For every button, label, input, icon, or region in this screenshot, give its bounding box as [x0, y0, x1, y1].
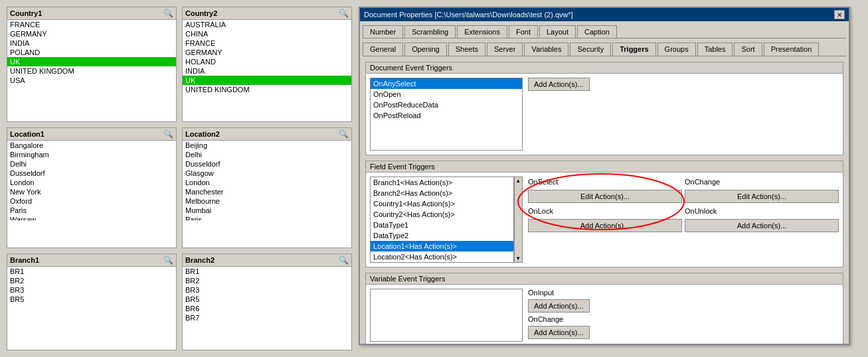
list-item[interactable]: Mumbai	[183, 206, 351, 215]
list-item[interactable]: GERMANY	[183, 48, 351, 57]
list-item[interactable]: UK	[183, 76, 351, 85]
field-event-triggers-section: Field Event Triggers Branch1<Has Action(…	[365, 161, 843, 267]
list-item[interactable]: Manchester	[183, 187, 351, 196]
list-item[interactable]: FRANCE	[183, 38, 351, 48]
field-list-item[interactable]: Branch2<Has Action(s)>	[371, 188, 513, 198]
tab-server[interactable]: Server	[487, 42, 523, 56]
trigger-list-item[interactable]: OnPostReduceData	[371, 100, 522, 110]
field-list-item[interactable]: DataType2	[371, 230, 513, 241]
list-item[interactable]: BR7	[183, 313, 351, 322]
list-item[interactable]: INDIA	[7, 38, 176, 48]
list-item[interactable]: UNITED KINGDOM	[7, 66, 176, 76]
tab-triggers[interactable]: Triggers	[612, 42, 655, 56]
field-list-item[interactable]: DataType1	[371, 220, 513, 230]
variable-list[interactable]	[370, 289, 523, 342]
list-item[interactable]: Beijing	[183, 141, 351, 150]
list-item[interactable]: Oxford	[7, 196, 176, 206]
edit-action-btn-onchange[interactable]: Edit Action(s)...	[685, 190, 839, 203]
field-list-item[interactable]: Location2<Has Action(s)>	[371, 251, 513, 262]
add-action-btn-onchange-var[interactable]: Add Action(s)...	[528, 326, 590, 339]
branch2-search-icon[interactable]: 🔍	[339, 255, 349, 265]
list-item[interactable]: Glasgow	[183, 169, 351, 178]
field-list-item[interactable]: Branch1<Has Action(s)>	[371, 177, 513, 188]
list-item[interactable]: BR1	[183, 267, 351, 276]
location1-search-icon[interactable]: 🔍	[163, 129, 173, 139]
trigger-list-item[interactable]: OnAnySelect	[371, 78, 522, 89]
list-item[interactable]: INDIA	[183, 66, 351, 76]
location2-listbox: Location2 🔍 BeijingDelhiDusseldorfGlasgo…	[182, 127, 352, 248]
field-list-container: Branch1<Has Action(s)>Branch2<Has Action…	[370, 177, 523, 263]
document-event-triggers-section: Document Event Triggers OnAnySelectOnOpe…	[365, 62, 843, 155]
tab-layout[interactable]: Layout	[539, 25, 576, 38]
list-item[interactable]: Dusseldorf	[7, 169, 176, 178]
list-item[interactable]: Paris	[7, 206, 176, 215]
list-item[interactable]: UNITED KINGDOM	[183, 85, 351, 94]
country1-search-icon[interactable]: 🔍	[163, 9, 173, 18]
country2-search-icon[interactable]: 🔍	[339, 9, 349, 18]
location2-items: BeijingDelhiDusseldorfGlasgowLondonManch…	[183, 141, 351, 220]
list-item[interactable]: Delhi	[7, 159, 176, 169]
trigger-list-item[interactable]: OnOpen	[371, 89, 522, 100]
dialog-close-button[interactable]: ✕	[834, 10, 845, 19]
tab-sort[interactable]: Sort	[734, 42, 762, 56]
list-item[interactable]: Bangalore	[7, 141, 176, 150]
scroll-up-arrow[interactable]: ▲	[515, 178, 521, 184]
tab-security[interactable]: Security	[570, 42, 611, 56]
list-item[interactable]: BR3	[183, 285, 351, 295]
tab-presentation[interactable]: Presentation	[764, 42, 820, 56]
document-event-actions: Add Action(s)...	[528, 78, 590, 151]
list-item[interactable]: Paris	[183, 215, 351, 220]
tab-scrambling[interactable]: Scrambling	[404, 25, 456, 38]
tab-caption[interactable]: Caption	[577, 25, 617, 38]
document-event-trigger-list[interactable]: OnAnySelectOnOpenOnPostReduceDataOnPostR…	[370, 78, 523, 151]
list-item[interactable]: USA	[7, 76, 176, 85]
list-item[interactable]: New York	[7, 187, 176, 196]
list-item[interactable]: London	[7, 178, 176, 187]
edit-action-btn-onselect[interactable]: Edit Action(s)...	[528, 190, 682, 203]
list-item[interactable]: FRANCE	[7, 20, 176, 29]
add-action-btn-oninput[interactable]: Add Action(s)...	[528, 299, 590, 313]
list-item[interactable]: London	[183, 178, 351, 187]
list-item[interactable]: BR1	[7, 267, 176, 276]
list-item[interactable]: Delhi	[183, 150, 351, 159]
location2-search-icon[interactable]: 🔍	[339, 129, 349, 139]
tab-general[interactable]: General	[363, 42, 403, 56]
list-item[interactable]: BR5	[7, 295, 176, 304]
add-action-btn-doc[interactable]: Add Action(s)...	[528, 78, 590, 91]
field-event-list[interactable]: Branch1<Has Action(s)>Branch2<Has Action…	[370, 177, 514, 263]
tab-number[interactable]: Number	[363, 25, 403, 38]
field-list-item[interactable]: Country1<Has Action(s)>	[371, 198, 513, 209]
list-item[interactable]: BR6	[183, 304, 351, 313]
list-item[interactable]: AUSTRALIA	[183, 20, 351, 29]
list-item[interactable]: GERMANY	[7, 29, 176, 38]
list-item[interactable]: Dusseldorf	[183, 159, 351, 169]
trigger-list-item[interactable]: OnPostReload	[371, 110, 522, 121]
location2-title: Location2	[185, 130, 220, 138]
tab-extensions[interactable]: Extensions	[457, 25, 507, 38]
add-action-btn-onunlock[interactable]: Add Action(s)...	[685, 219, 839, 232]
scroll-down-arrow[interactable]: ▼	[515, 255, 521, 261]
field-list-item[interactable]: Country2<Has Action(s)>	[371, 209, 513, 220]
field-list-item[interactable]: Location1<Has Action(s)>	[371, 241, 513, 251]
list-item[interactable]: BR5	[183, 295, 351, 304]
field-list-scrollbar[interactable]: ▲ ▼	[514, 177, 523, 263]
list-item[interactable]: BR2	[183, 276, 351, 285]
list-item[interactable]: UK	[7, 57, 176, 66]
tab-sheets[interactable]: Sheets	[448, 42, 485, 56]
tab-tables[interactable]: Tables	[697, 42, 733, 56]
list-item[interactable]: Birmingham	[7, 150, 176, 159]
list-item[interactable]: BR3	[7, 285, 176, 295]
tab-variables[interactable]: Variables	[524, 42, 568, 56]
branch1-search-icon[interactable]: 🔍	[163, 255, 173, 265]
branch1-title: Branch1	[10, 256, 39, 264]
add-action-btn-onlock[interactable]: Add Action(s)...	[528, 219, 682, 232]
tab-font[interactable]: Font	[509, 25, 538, 38]
list-item[interactable]: POLAND	[7, 48, 176, 57]
list-item[interactable]: BR2	[7, 276, 176, 285]
tab-groups[interactable]: Groups	[657, 42, 696, 56]
list-item[interactable]: Warsaw	[7, 215, 176, 220]
list-item[interactable]: HOLAND	[183, 57, 351, 66]
tab-opening[interactable]: Opening	[404, 42, 447, 56]
list-item[interactable]: CHINA	[183, 29, 351, 38]
list-item[interactable]: Melbourne	[183, 196, 351, 206]
